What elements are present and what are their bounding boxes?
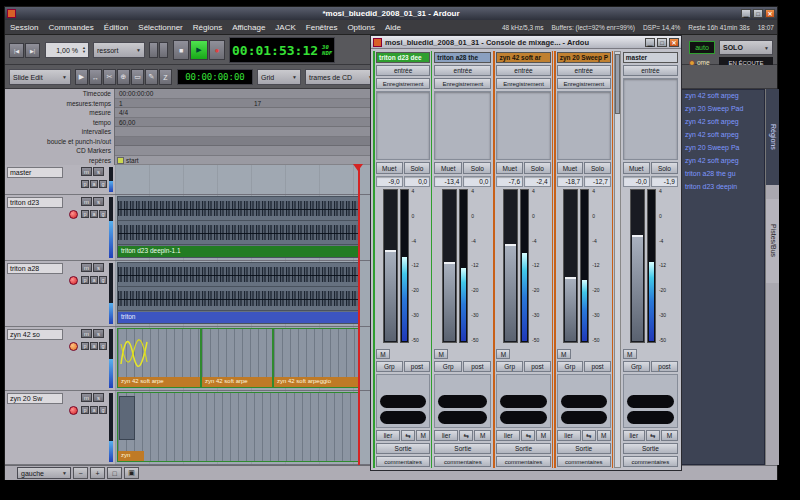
menu-session[interactable]: Session — [5, 21, 43, 34]
track-header-zyn-42[interactable]: zyn 42 so m s p a g — [5, 327, 115, 391]
region-name-bar[interactable]: zyn 42 soft arpe — [118, 377, 200, 387]
strip-name-button[interactable]: zyn 42 soft ar — [496, 52, 550, 63]
pan-bar-left[interactable] — [438, 395, 487, 408]
region-list-item[interactable]: zyn 42 soft arpeg — [682, 129, 764, 142]
pan-link-button[interactable]: lier — [496, 430, 520, 441]
strip-name-button[interactable]: zyn 20 Sweep P — [557, 52, 611, 63]
processor-box[interactable] — [623, 78, 678, 160]
menu-edition[interactable]: Édition — [99, 21, 133, 34]
mute-button[interactable]: Muet — [434, 162, 462, 174]
gain-display[interactable]: -9,0 — [376, 176, 403, 187]
pan-bar-right[interactable] — [438, 411, 487, 424]
ruler-label-bars[interactable]: mesures:temps — [5, 99, 114, 109]
pan-link-direction-icon[interactable]: ⇆ — [459, 430, 473, 441]
menu-jack[interactable]: JACK — [270, 21, 300, 34]
pan-bar-right[interactable] — [500, 411, 546, 424]
tool-object-button[interactable]: ▶ — [75, 69, 88, 85]
menu-regions[interactable]: Régions — [188, 21, 227, 34]
peak-display[interactable]: 0,0 — [404, 176, 431, 187]
input-button[interactable]: entrée — [434, 65, 491, 76]
pan-mono-button[interactable]: M — [536, 430, 550, 441]
mixer-scrollbar[interactable] — [614, 51, 621, 468]
mute-button[interactable]: m — [81, 263, 92, 272]
ruler-label-timecode[interactable]: Timecode — [5, 89, 114, 99]
meter-reset-button[interactable]: M — [496, 349, 510, 359]
goto-end-button[interactable]: ▶| — [25, 43, 40, 58]
meter-point-button[interactable]: post — [584, 361, 611, 372]
meter-reset-button[interactable]: M — [623, 349, 637, 359]
ruler-label-loop-punch[interactable]: boucle et punch-in/out — [5, 137, 114, 147]
pan-link-direction-icon[interactable]: ⇆ — [582, 430, 596, 441]
record-enable-button[interactable] — [69, 342, 78, 351]
zoom-fit-button[interactable]: □ — [107, 467, 122, 479]
processor-box[interactable] — [557, 91, 611, 160]
group-button[interactable]: g — [99, 342, 107, 350]
automation-button[interactable]: a — [90, 342, 98, 350]
ruler-label-tempo[interactable]: tempo — [5, 118, 114, 128]
record-enable-button[interactable]: Enregistrement — [376, 78, 430, 89]
peak-display[interactable]: -1,9 — [651, 176, 678, 187]
pan-link-button[interactable]: lier — [376, 430, 400, 441]
tool-range-button[interactable]: ↔ — [89, 69, 102, 85]
zoom-selection-button[interactable]: ▣ — [124, 467, 139, 479]
minimize-icon[interactable]: ▁ — [645, 38, 655, 47]
tool-draw-button[interactable]: ✎ — [145, 69, 158, 85]
automation-button[interactable]: a — [90, 180, 98, 188]
tool-cut-button[interactable]: ✂ — [103, 69, 116, 85]
playlist-button[interactable]: p — [81, 210, 89, 218]
ruler-label-cd-markers[interactable]: CD Markers — [5, 146, 114, 156]
automation-button[interactable]: a — [90, 276, 98, 284]
output-button[interactable]: Sortie — [623, 443, 678, 454]
track-header-triton-a28[interactable]: triton a28 m s p a g — [5, 261, 115, 327]
track-name-field[interactable]: triton a28 — [7, 263, 63, 274]
track-name-field[interactable]: triton d23 — [7, 197, 63, 208]
input-button[interactable]: entrée — [623, 65, 678, 76]
region-list-item[interactable]: triton a28 the gu — [682, 168, 764, 181]
menu-selectionner[interactable]: Sélectionner — [133, 21, 187, 34]
pan-bar-left[interactable] — [627, 395, 674, 408]
input-button[interactable]: entrée — [496, 65, 550, 76]
auto-input-button[interactable]: auto — [689, 41, 715, 54]
gain-fader[interactable] — [442, 189, 457, 343]
region-list-item[interactable]: triton d23 deepin — [682, 181, 764, 194]
gain-display[interactable]: -18,7 — [557, 176, 584, 187]
spinner-arrows-icon[interactable]: ▲▼ — [80, 46, 88, 54]
solo-button[interactable]: Solo — [404, 162, 431, 174]
playhead-marker-icon[interactable] — [353, 164, 363, 171]
region-list[interactable]: zyn 42 soft arpeg zyn 20 Sweep Pad zyn 4… — [681, 89, 765, 465]
group-button[interactable]: Grp — [623, 361, 650, 372]
track-name-field[interactable]: zyn 42 so — [7, 329, 63, 340]
region-name-bar[interactable]: triton d23 deepin-1.1 — [118, 246, 358, 257]
solo-button[interactable]: Solo — [651, 162, 678, 174]
track-name-field[interactable]: zyn 20 Sw — [7, 393, 63, 404]
mute-button[interactable]: m — [81, 329, 92, 338]
region-list-item[interactable]: zyn 42 soft arpeg — [682, 155, 764, 168]
mute-button[interactable]: Muet — [557, 162, 584, 174]
gain-fader[interactable] — [503, 189, 518, 343]
edit-point-clock[interactable]: 00:00:00:00 — [177, 69, 253, 85]
record-enable-button[interactable]: Enregistrement — [557, 78, 611, 89]
pan-link-button[interactable]: lier — [557, 430, 581, 441]
comments-button[interactable]: commentaires — [434, 456, 491, 467]
record-button[interactable]: ● — [209, 40, 225, 60]
group-button[interactable]: Grp — [376, 361, 403, 372]
record-enable-button[interactable]: Enregistrement — [434, 78, 491, 89]
tab-tracks-bus[interactable]: Pistes/Bus — [766, 199, 779, 283]
solo-menu-button[interactable]: SOLO ▼ — [719, 40, 773, 55]
stop-button[interactable]: ■ — [173, 40, 189, 60]
shuttle-mode-select[interactable]: ressort ▼ — [93, 42, 145, 58]
record-enable-button[interactable] — [69, 210, 78, 219]
output-button[interactable]: Sortie — [376, 443, 430, 454]
output-button[interactable]: Sortie — [496, 443, 550, 454]
playlist-button[interactable]: p — [81, 406, 89, 414]
input-button[interactable]: entrée — [557, 65, 611, 76]
region-list-item[interactable]: zyn 42 soft arpeg — [682, 90, 764, 103]
playlist-button[interactable]: p — [81, 276, 89, 284]
solo-button[interactable]: s — [93, 329, 104, 338]
ruler-label-markers[interactable]: repères — [5, 156, 114, 166]
snap-unit-select[interactable]: trames de CD ▼ — [305, 69, 377, 85]
mute-button[interactable]: m — [81, 393, 92, 402]
midi-region[interactable]: zyn 42 soft arpeggio — [273, 328, 359, 388]
peak-display[interactable]: -2,4 — [524, 176, 551, 187]
ruler-label-ranges[interactable]: intervalles — [5, 127, 114, 137]
